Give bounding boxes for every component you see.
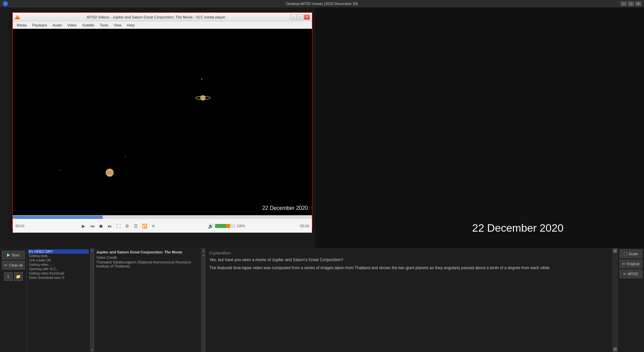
apod-button[interactable]: ✏ APOD bbox=[620, 270, 642, 278]
log-item-3[interactable]: Getting video ... bbox=[28, 262, 89, 267]
log-panel: It's VIDEO DAY! Getting texts... Link cr… bbox=[27, 248, 91, 352]
vlc-controls-bottom: 00:01 ▶ ⏮ ⏹ ⏭ ⛶ ⚙ ☰ 🔁 ✕ 🔊 100% 00:06 bbox=[13, 219, 312, 233]
vlc-next-button[interactable]: ⏭ bbox=[106, 222, 114, 230]
svg-point-2 bbox=[200, 97, 206, 99]
jupiter-planet bbox=[105, 168, 114, 178]
vlc-video-area: 22 December 2020 bbox=[13, 29, 312, 215]
vlc-random-button[interactable]: ✕ bbox=[149, 222, 157, 230]
menu-tools[interactable]: Tools bbox=[97, 22, 111, 28]
vlc-volume-area: 🔊 100% bbox=[208, 223, 245, 229]
log-item-6[interactable]: Video thumbnail save O bbox=[28, 276, 89, 280]
vlc-volume-percent: 100% bbox=[236, 224, 245, 228]
vlc-playlist-button[interactable]: ☰ bbox=[132, 222, 140, 230]
menu-video[interactable]: Video bbox=[65, 22, 79, 28]
menu-audio[interactable]: Audio bbox=[50, 22, 65, 28]
menu-media[interactable]: Media bbox=[14, 22, 30, 28]
sidebar-icon-row: ℹ 📁 bbox=[4, 272, 23, 281]
vlc-controls: 00:01 ▶ ⏮ ⏹ ⏭ ⛶ ⚙ ☰ 🔁 ✕ 🔊 100% 00:06 bbox=[13, 215, 312, 233]
vlc-loop-button[interactable]: 🔁 bbox=[141, 222, 149, 230]
vlc-stop-button[interactable]: ⏹ bbox=[97, 222, 105, 230]
video-credit-name: Thanakrit Santikunaporn (National Astron… bbox=[96, 260, 199, 268]
vlc-titlebar: APOD Videos - Jupiter and Saturn Great C… bbox=[13, 13, 312, 21]
vlc-menubar: Media Playback Audio Video Subtitle Tool… bbox=[13, 21, 312, 29]
main-scrollbar[interactable]: ▲ ▼ bbox=[612, 248, 617, 352]
bottom-panel: Start ✏ Clear all ℹ 📁 It's VIDEO DAY! Ge… bbox=[0, 248, 644, 352]
vlc-logo bbox=[15, 14, 20, 20]
vlc-close-button[interactable]: ✕ bbox=[304, 14, 310, 20]
desktop-titlebar: Desktop APOD Viewer (2020 December 30) ─… bbox=[0, 0, 644, 7]
clear-icon: ✏ bbox=[4, 263, 8, 268]
original-button[interactable]: ✏ Original bbox=[620, 259, 642, 268]
vlc-play-button[interactable]: ▶ bbox=[79, 222, 88, 230]
svg-point-6 bbox=[106, 172, 114, 173]
video-info-scrollbar[interactable]: ▲ ▼ bbox=[202, 248, 205, 352]
menu-help[interactable]: Help bbox=[124, 22, 138, 28]
vlc-maximize-button[interactable]: □ bbox=[297, 14, 303, 20]
right-panel-date: 22 December 2020 bbox=[472, 222, 564, 234]
vlc-window: APOD Videos - Jupiter and Saturn Great C… bbox=[12, 12, 313, 228]
scrollbar-up[interactable]: ▲ bbox=[613, 249, 617, 253]
original-icon: ✏ bbox=[622, 262, 625, 266]
vlc-volume-bar[interactable] bbox=[215, 224, 235, 228]
menu-subtitle[interactable]: Subtitle bbox=[79, 22, 97, 28]
log-item-5[interactable]: Getting video thumbnail bbox=[28, 271, 89, 276]
svg-point-7 bbox=[106, 174, 114, 175]
explanation-line2: The featured time-lapse video was compos… bbox=[209, 265, 608, 271]
explanation-line1: Yes, but have you seen a movie of Jupite… bbox=[209, 257, 608, 263]
scale-button[interactable]: ⛶ Scale bbox=[620, 249, 642, 258]
video-credit-label: Video Credit: bbox=[96, 255, 199, 259]
vlc-volume-green bbox=[215, 224, 226, 228]
scrollbar-down[interactable]: ▼ bbox=[613, 347, 617, 351]
volume-icon: 🔊 bbox=[208, 223, 214, 229]
saturn-planet bbox=[196, 94, 211, 103]
video-info-panel: Jupiter and Saturn Great Conjunction: Th… bbox=[94, 248, 202, 352]
minimize-button[interactable]: ─ bbox=[621, 1, 627, 6]
log-item-4[interactable]: Opening with VLC... bbox=[28, 267, 89, 271]
vlc-volume-orange bbox=[226, 224, 230, 228]
log-item-0[interactable]: It's VIDEO DAY! bbox=[28, 249, 89, 254]
scale-icon: ⛶ bbox=[624, 252, 627, 256]
video-info-container: Jupiter and Saturn Great Conjunction: Th… bbox=[94, 248, 205, 352]
star-dot-3 bbox=[60, 170, 60, 170]
start-play-icon bbox=[7, 253, 10, 257]
vlc-fullscreen-button[interactable]: ⛶ bbox=[114, 222, 122, 230]
sidebar-left: Start ✏ Clear all ℹ 📁 bbox=[0, 248, 27, 352]
vlc-prev-button[interactable]: ⏮ bbox=[88, 222, 96, 230]
maximize-button[interactable]: □ bbox=[628, 1, 634, 6]
menu-view[interactable]: View bbox=[111, 22, 124, 28]
info-button[interactable]: ℹ bbox=[4, 272, 13, 281]
video-info-title: Jupiter and Saturn Great Conjunction: Th… bbox=[96, 250, 199, 254]
folder-button[interactable]: 📁 bbox=[14, 272, 23, 281]
vlc-progress-bar[interactable] bbox=[13, 216, 312, 219]
video-date-overlay: 22 December 2020 bbox=[262, 205, 308, 211]
vlc-playback-buttons: ▶ ⏮ ⏹ ⏭ ⛶ ⚙ ☰ 🔁 ✕ bbox=[79, 222, 157, 230]
vlc-progress-fill bbox=[13, 216, 103, 219]
explanation-panel: Explanation: Yes, but have you seen a mo… bbox=[205, 248, 612, 352]
svg-point-5 bbox=[106, 171, 114, 172]
vlc-time-total: 00:06 bbox=[296, 224, 309, 228]
apod-icon: ✏ bbox=[623, 272, 626, 276]
desktop-title: Desktop APOD Viewer (2020 December 30) bbox=[286, 2, 358, 6]
app-logo bbox=[3, 1, 8, 6]
start-button[interactable]: Start bbox=[2, 251, 25, 259]
right-tool-panel: ⛶ Scale ✏ Original ✏ APOD bbox=[617, 248, 644, 352]
close-button[interactable]: ✕ bbox=[635, 1, 641, 6]
vlc-title: APOD Videos - Jupiter and Saturn Great C… bbox=[21, 15, 290, 19]
vlc-extended-button[interactable]: ⚙ bbox=[123, 222, 131, 230]
log-scrollbar[interactable]: ▲ ▼ bbox=[91, 248, 94, 352]
vlc-time-elapsed: 00:01 bbox=[15, 224, 29, 228]
star-dot-2 bbox=[125, 156, 126, 157]
log-item-1[interactable]: Getting texts... bbox=[28, 254, 89, 258]
vlc-minimize-button[interactable]: ─ bbox=[290, 14, 297, 20]
clear-all-button[interactable]: ✏ Clear all bbox=[2, 261, 25, 270]
menu-playback[interactable]: Playback bbox=[30, 22, 50, 28]
log-item-2[interactable]: Link create OK bbox=[28, 258, 89, 262]
log-panel-container: It's VIDEO DAY! Getting texts... Link cr… bbox=[27, 248, 94, 352]
star-dot-1 bbox=[201, 78, 202, 79]
window-controls: ─ □ ✕ bbox=[621, 1, 641, 6]
vlc-window-controls: ─ □ ✕ bbox=[290, 14, 310, 20]
explanation-label: Explanation: bbox=[209, 251, 608, 255]
